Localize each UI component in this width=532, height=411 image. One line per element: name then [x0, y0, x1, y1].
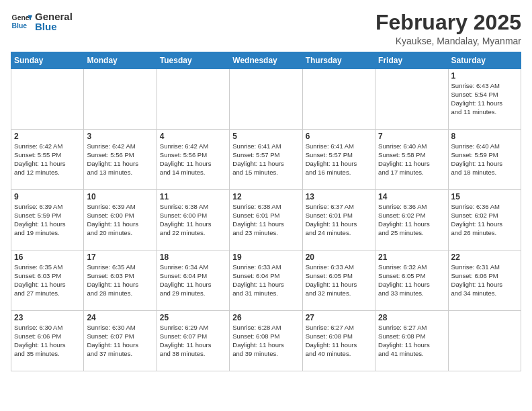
main-title: February 2025 [375, 11, 521, 34]
logo-icon: General Blue [11, 11, 32, 32]
day-number: 24 [87, 313, 153, 322]
day-info: Sunrise: 6:33 AM Sunset: 6:05 PM Dayligh… [306, 263, 372, 298]
svg-text:Blue: Blue [12, 22, 28, 30]
calendar-cell [157, 69, 229, 130]
calendar-cell [302, 69, 375, 130]
calendar-cell: 28Sunrise: 6:27 AM Sunset: 6:08 PM Dayli… [375, 311, 448, 371]
calendar-cell: 7Sunrise: 6:40 AM Sunset: 5:58 PM Daylig… [375, 130, 448, 190]
day-info: Sunrise: 6:35 AM Sunset: 6:03 PM Dayligh… [87, 263, 153, 298]
day-number: 14 [378, 192, 445, 201]
day-number: 10 [87, 192, 153, 201]
day-number: 6 [306, 132, 372, 141]
page-header: General Blue General Blue February 2025 … [11, 11, 521, 46]
day-number: 21 [378, 253, 445, 262]
day-info: Sunrise: 6:34 AM Sunset: 6:04 PM Dayligh… [160, 263, 226, 298]
day-info: Sunrise: 6:43 AM Sunset: 5:54 PM Dayligh… [451, 82, 518, 116]
day-number: 11 [160, 192, 226, 201]
day-info: Sunrise: 6:40 AM Sunset: 5:58 PM Dayligh… [378, 142, 445, 177]
day-number: 3 [87, 132, 153, 141]
calendar-cell [448, 311, 521, 371]
calendar-cell: 21Sunrise: 6:32 AM Sunset: 6:05 PM Dayli… [375, 250, 448, 311]
day-number: 19 [232, 253, 299, 262]
logo-general-text: General [35, 11, 73, 21]
day-info: Sunrise: 6:38 AM Sunset: 6:01 PM Dayligh… [232, 203, 299, 237]
subtitle: Kyaukse, Mandalay, Myanmar [375, 36, 521, 46]
calendar-cell: 11Sunrise: 6:38 AM Sunset: 6:00 PM Dayli… [157, 190, 229, 250]
calendar-cell: 9Sunrise: 6:39 AM Sunset: 5:59 PM Daylig… [11, 190, 84, 250]
calendar-cell: 12Sunrise: 6:38 AM Sunset: 6:01 PM Dayli… [230, 190, 302, 250]
day-number: 26 [232, 313, 299, 322]
day-number: 4 [160, 132, 226, 141]
day-number: 16 [14, 253, 81, 262]
day-info: Sunrise: 6:29 AM Sunset: 6:07 PM Dayligh… [160, 324, 226, 358]
calendar-cell: 25Sunrise: 6:29 AM Sunset: 6:07 PM Dayli… [157, 311, 229, 371]
calendar-cell: 3Sunrise: 6:42 AM Sunset: 5:56 PM Daylig… [84, 130, 157, 190]
logo-blue-text: Blue [35, 21, 73, 32]
day-info: Sunrise: 6:39 AM Sunset: 6:00 PM Dayligh… [87, 203, 153, 237]
calendar-cell: 26Sunrise: 6:28 AM Sunset: 6:08 PM Dayli… [230, 311, 302, 371]
calendar-header-saturday: Saturday [448, 52, 521, 69]
day-number: 22 [451, 253, 518, 262]
title-block: February 2025 Kyaukse, Mandalay, Myanmar [375, 11, 521, 46]
day-info: Sunrise: 6:32 AM Sunset: 6:05 PM Dayligh… [378, 263, 445, 298]
day-number: 17 [87, 253, 153, 262]
calendar-week-row: 23Sunrise: 6:30 AM Sunset: 6:06 PM Dayli… [11, 311, 521, 371]
day-info: Sunrise: 6:42 AM Sunset: 5:56 PM Dayligh… [87, 142, 153, 177]
calendar-cell: 5Sunrise: 6:41 AM Sunset: 5:57 PM Daylig… [230, 130, 302, 190]
day-number: 27 [306, 313, 372, 322]
day-info: Sunrise: 6:31 AM Sunset: 6:06 PM Dayligh… [451, 263, 518, 298]
calendar-cell [230, 69, 302, 130]
calendar-cell: 2Sunrise: 6:42 AM Sunset: 5:55 PM Daylig… [11, 130, 84, 190]
day-number: 5 [232, 132, 299, 141]
calendar-cell: 22Sunrise: 6:31 AM Sunset: 6:06 PM Dayli… [448, 250, 521, 311]
day-info: Sunrise: 6:39 AM Sunset: 5:59 PM Dayligh… [14, 203, 81, 237]
calendar-header-friday: Friday [375, 52, 448, 69]
calendar-header-monday: Monday [84, 52, 157, 69]
calendar-cell: 19Sunrise: 6:33 AM Sunset: 6:04 PM Dayli… [230, 250, 302, 311]
calendar-cell: 13Sunrise: 6:37 AM Sunset: 6:01 PM Dayli… [302, 190, 375, 250]
day-info: Sunrise: 6:27 AM Sunset: 6:08 PM Dayligh… [378, 324, 445, 358]
calendar-cell [84, 69, 157, 130]
calendar-cell: 17Sunrise: 6:35 AM Sunset: 6:03 PM Dayli… [84, 250, 157, 311]
day-info: Sunrise: 6:27 AM Sunset: 6:08 PM Dayligh… [306, 324, 372, 358]
calendar-week-row: 9Sunrise: 6:39 AM Sunset: 5:59 PM Daylig… [11, 190, 521, 250]
day-info: Sunrise: 6:38 AM Sunset: 6:00 PM Dayligh… [160, 203, 226, 237]
calendar-cell: 14Sunrise: 6:36 AM Sunset: 6:02 PM Dayli… [375, 190, 448, 250]
day-number: 2 [14, 132, 81, 141]
day-info: Sunrise: 6:41 AM Sunset: 5:57 PM Dayligh… [306, 142, 372, 177]
calendar-cell: 27Sunrise: 6:27 AM Sunset: 6:08 PM Dayli… [302, 311, 375, 371]
calendar-cell: 4Sunrise: 6:42 AM Sunset: 5:56 PM Daylig… [157, 130, 229, 190]
day-info: Sunrise: 6:42 AM Sunset: 5:56 PM Dayligh… [160, 142, 226, 177]
day-number: 15 [451, 192, 518, 201]
day-number: 25 [160, 313, 226, 322]
calendar-cell: 1Sunrise: 6:43 AM Sunset: 5:54 PM Daylig… [448, 69, 521, 130]
calendar-week-row: 2Sunrise: 6:42 AM Sunset: 5:55 PM Daylig… [11, 130, 521, 190]
day-number: 28 [378, 313, 445, 322]
day-number: 12 [232, 192, 299, 201]
calendar-cell: 20Sunrise: 6:33 AM Sunset: 6:05 PM Dayli… [302, 250, 375, 311]
day-info: Sunrise: 6:42 AM Sunset: 5:55 PM Dayligh… [14, 142, 81, 177]
day-info: Sunrise: 6:28 AM Sunset: 6:08 PM Dayligh… [232, 324, 299, 358]
day-info: Sunrise: 6:36 AM Sunset: 6:02 PM Dayligh… [378, 203, 445, 237]
calendar-cell: 6Sunrise: 6:41 AM Sunset: 5:57 PM Daylig… [302, 130, 375, 190]
day-info: Sunrise: 6:41 AM Sunset: 5:57 PM Dayligh… [232, 142, 299, 177]
day-number: 8 [451, 132, 518, 141]
calendar-header-row: SundayMondayTuesdayWednesdayThursdayFrid… [11, 52, 521, 69]
day-info: Sunrise: 6:33 AM Sunset: 6:04 PM Dayligh… [232, 263, 299, 298]
day-number: 20 [306, 253, 372, 262]
calendar-header-sunday: Sunday [11, 52, 84, 69]
day-number: 7 [378, 132, 445, 141]
calendar-cell: 15Sunrise: 6:36 AM Sunset: 6:02 PM Dayli… [448, 190, 521, 250]
day-number: 18 [160, 253, 226, 262]
calendar-cell [11, 69, 84, 130]
day-info: Sunrise: 6:40 AM Sunset: 5:59 PM Dayligh… [451, 142, 518, 177]
calendar-cell: 18Sunrise: 6:34 AM Sunset: 6:04 PM Dayli… [157, 250, 229, 311]
calendar-cell: 10Sunrise: 6:39 AM Sunset: 6:00 PM Dayli… [84, 190, 157, 250]
calendar-table: SundayMondayTuesdayWednesdayThursdayFrid… [11, 52, 521, 371]
day-number: 23 [14, 313, 81, 322]
day-info: Sunrise: 6:30 AM Sunset: 6:07 PM Dayligh… [87, 324, 153, 358]
logo: General Blue General Blue [11, 11, 73, 32]
calendar-cell [375, 69, 448, 130]
calendar-cell: 16Sunrise: 6:35 AM Sunset: 6:03 PM Dayli… [11, 250, 84, 311]
day-info: Sunrise: 6:35 AM Sunset: 6:03 PM Dayligh… [14, 263, 81, 298]
